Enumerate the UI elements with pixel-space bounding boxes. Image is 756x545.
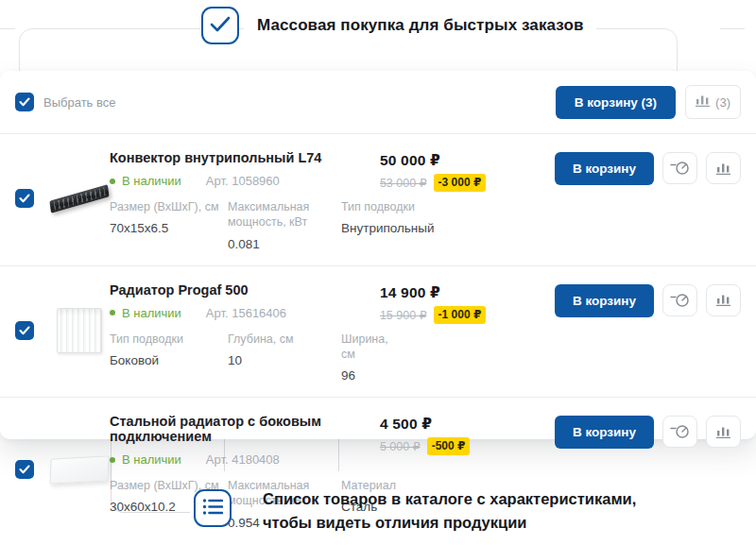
availability-dot-icon: [110, 457, 115, 463]
check-icon: [19, 97, 30, 107]
check-icon: [19, 194, 30, 203]
product-title[interactable]: Радиатор Progaf 500: [110, 282, 380, 298]
compare-button[interactable]: [706, 152, 741, 184]
current-price: 14 900 ₽: [380, 284, 555, 301]
stopwatch-icon: [670, 293, 690, 308]
add-to-cart-button[interactable]: В корзину: [555, 152, 654, 185]
discount-badge: -1 000 ₽: [434, 306, 487, 324]
radiator-thumbnail: [57, 308, 102, 353]
product-checkbox[interactable]: [15, 321, 34, 340]
spec-label: Тип подводки: [110, 332, 226, 347]
caption-line-2: чтобы видеть отличия продукции: [263, 511, 636, 535]
compare-count: (3): [715, 95, 730, 110]
product-info: Радиатор Progaf 500 В наличии Арт. 15616…: [110, 279, 380, 383]
product-title[interactable]: Стальной радиатор с боковым подключением: [110, 414, 380, 444]
compare-icon: [716, 162, 730, 175]
product-checkbox[interactable]: [15, 460, 34, 479]
list-icon: [202, 498, 223, 519]
product-sku: Арт. 1058960: [206, 174, 280, 188]
spec-column: Максимальная мощность, кВт0.081: [228, 190, 339, 251]
spec-column: Размер (ВхШхГ), см70x15x6.5: [110, 190, 226, 251]
row-checkbox-cell: [15, 146, 49, 251]
availability-status: В наличии: [110, 306, 181, 320]
row-actions: В корзину: [555, 146, 741, 251]
spec-value: 70x15x6.5: [110, 221, 226, 235]
stopwatch-icon: [670, 424, 690, 439]
availability-status: В наличии: [110, 452, 181, 467]
quick-order-button[interactable]: [662, 152, 697, 184]
bulk-purchase-callout-icon: [201, 7, 239, 44]
spec-column: Глубина, см10: [228, 322, 339, 383]
product-checkbox[interactable]: [15, 189, 34, 208]
compare-button[interactable]: [706, 284, 741, 316]
spec-label: Глубина, см: [228, 332, 339, 347]
caption-line-1: Список товаров в каталоге с характеристи…: [263, 487, 636, 511]
discount-badge: -3 000 ₽: [434, 174, 487, 192]
product-list-caption: Список товаров в каталоге с характеристи…: [263, 487, 636, 535]
top-left-connector-line: [0, 28, 15, 29]
quick-order-button[interactable]: [662, 416, 697, 448]
add-all-to-cart-button[interactable]: В корзину (3): [556, 86, 676, 119]
product-list-callout-icon: [194, 489, 232, 527]
current-price: 50 000 ₽: [380, 152, 555, 169]
current-price: 4 500 ₽: [380, 416, 555, 433]
product-meta: В наличии Арт. 4180408: [110, 452, 380, 467]
toolbar-actions: В корзину (3) (3): [556, 85, 741, 119]
spec-value: 10: [228, 353, 339, 367]
availability-dot-icon: [110, 310, 115, 315]
old-price: 5 000 ₽: [380, 439, 421, 453]
check-icon: [19, 326, 30, 335]
top-right-connector-line: [720, 28, 745, 29]
old-price: 53 000 ₽: [380, 176, 427, 190]
add-to-cart-button[interactable]: В корзину: [555, 284, 654, 317]
convector-thumbnail: [49, 184, 109, 213]
product-sku: Арт. 4180408: [206, 452, 280, 467]
product-image[interactable]: [49, 146, 110, 251]
spec-value: Боковой: [110, 353, 226, 367]
row-checkbox-cell: [15, 279, 49, 383]
bulk-purchase-title: Массовая покупка для быстрых заказов: [244, 16, 596, 35]
product-image[interactable]: [49, 410, 110, 530]
check-icon: [19, 465, 30, 474]
steel-panel-thumbnail: [49, 455, 109, 484]
check-icon: [210, 16, 231, 36]
spec-label: Размер (ВхШхГ), см: [110, 199, 226, 214]
add-to-cart-button[interactable]: В корзину: [555, 416, 654, 449]
compare-icon: [716, 426, 730, 438]
product-image[interactable]: [49, 279, 110, 383]
select-all-label: Выбрать все: [43, 95, 115, 110]
price-block: 14 900 ₽ 15 900 ₽ -1 000 ₽: [380, 279, 555, 383]
product-list-card: Выбрать все В корзину (3) (3) Конвектор …: [0, 71, 756, 439]
compare-all-button[interactable]: (3): [685, 85, 741, 119]
product-specs: Размер (ВхШхГ), см70x15x6.5 Максимальная…: [110, 190, 380, 251]
product-row: Радиатор Progaf 500 В наличии Арт. 15616…: [0, 266, 756, 399]
product-sku: Арт. 15616406: [206, 306, 286, 320]
product-info: Конвектор внутрипольный L74 В наличии Ар…: [110, 146, 380, 251]
quick-order-button[interactable]: [662, 284, 697, 316]
discount-badge: -500 ₽: [427, 437, 471, 455]
product-meta: В наличии Арт. 1058960: [110, 174, 380, 188]
compare-button[interactable]: [706, 416, 741, 448]
row-actions: В корзину: [555, 279, 741, 383]
product-specs: Тип подводкиБоковой Глубина, см10 Ширина…: [110, 322, 380, 383]
price-block: 50 000 ₽ 53 000 ₽ -3 000 ₽: [380, 146, 555, 251]
product-row: Конвектор внутрипольный L74 В наличии Ар…: [0, 134, 756, 266]
old-price: 15 900 ₽: [380, 308, 427, 322]
select-all-checkbox[interactable]: [15, 93, 34, 111]
availability-dot-icon: [110, 179, 115, 184]
spec-label: Максимальная мощность, кВт: [228, 199, 339, 230]
compare-icon: [716, 294, 730, 306]
availability-status: В наличии: [110, 174, 181, 188]
spec-value: 0.081: [228, 237, 339, 251]
compare-icon: [696, 94, 710, 110]
product-meta: В наличии Арт. 15616406: [110, 306, 380, 320]
stopwatch-icon: [670, 161, 690, 176]
product-title[interactable]: Конвектор внутрипольный L74: [110, 150, 380, 165]
row-checkbox-cell: [15, 410, 49, 530]
list-toolbar: Выбрать все В корзину (3) (3): [0, 71, 756, 134]
spec-column: Тип подводкиБоковой: [110, 322, 226, 383]
